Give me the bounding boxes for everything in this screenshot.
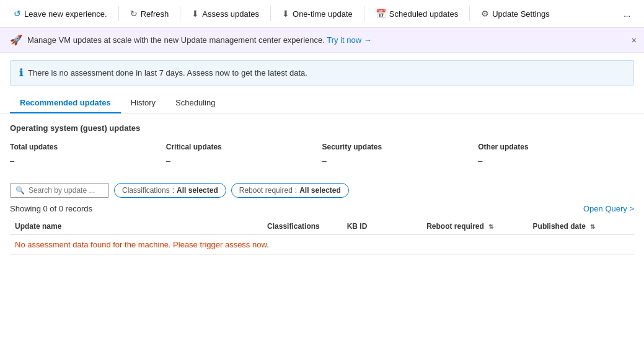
classifications-separator: : [172,186,174,195]
tab-scheduling[interactable]: Scheduling [165,93,225,113]
tabs: Recommended updates History Scheduling [0,93,644,113]
other-updates-value: – [478,156,634,166]
tab-history[interactable]: History [121,93,165,113]
updates-grid: Total updates – Critical updates – Secur… [10,140,634,168]
main-content: Operating system (guest) updates Total u… [0,113,644,265]
assess-updates-button[interactable]: ⬇ Assess updates [185,5,265,22]
divider-3 [270,6,271,21]
critical-updates-value: – [166,156,322,166]
toolbar: ↺ Leave new experience. ↻ Refresh ⬇ Asse… [0,0,644,28]
search-box[interactable]: 🔍 [10,183,109,198]
divider-1 [118,6,119,21]
reboot-label: Reboot required [239,186,293,195]
gear-icon: ⚙ [481,9,489,19]
total-updates-value: – [10,156,166,166]
other-updates-label: Other updates [478,143,634,151]
tab-recommended-updates[interactable]: Recommended updates [10,93,121,113]
divider-4 [364,6,364,21]
purple-banner: 🚀 Manage VM updates at scale with the ne… [0,28,644,53]
col-header-published-date[interactable]: Published date ⇅ [528,218,634,235]
info-banner-text: There is no assessment done in last 7 da… [28,68,307,78]
open-query-link[interactable]: Open Query > [583,204,634,213]
no-data-row: No assessment data found for the machine… [10,235,634,255]
reboot-sort-icon: ⇅ [488,223,493,230]
try-now-link[interactable]: Try it now → [327,35,371,45]
reboot-required-filter[interactable]: Reboot required : All selected [231,183,349,198]
leave-icon: ↺ [14,9,21,19]
records-count: Showing 0 of 0 records [10,204,92,213]
critical-updates-label: Critical updates [166,143,322,151]
assess-icon: ⬇ [192,9,199,19]
onetime-icon: ⬇ [282,9,289,19]
updates-table: Update name Classifications KB ID Reboot… [10,218,634,255]
records-row: Showing 0 of 0 records Open Query > [10,204,634,213]
col-header-classifications: Classifications [262,218,342,235]
search-input[interactable] [29,186,104,195]
scheduled-updates-button[interactable]: 📅 Scheduled updates [369,5,464,22]
security-updates-label: Security updates [322,143,479,151]
close-banner-button[interactable]: × [632,35,637,45]
refresh-button[interactable]: ↻ Refresh [124,5,175,22]
published-sort-icon: ⇅ [590,223,595,230]
no-data-message: No assessment data found for the machine… [10,235,634,255]
refresh-icon: ↻ [130,9,138,19]
classifications-label: Classifications [122,186,170,195]
reboot-separator: : [295,186,297,195]
divider-2 [180,6,180,21]
classifications-value: All selected [177,186,218,195]
reboot-value: All selected [299,186,341,195]
col-header-reboot-required[interactable]: Reboot required ⇅ [421,218,527,235]
col-header-kb-id: KB ID [342,218,422,235]
info-icon: ℹ [19,67,23,79]
leave-experience-button[interactable]: ↺ Leave new experience. [7,5,113,22]
table-header-row: Update name Classifications KB ID Reboot… [10,218,634,235]
critical-updates-cell: Critical updates – [166,140,322,168]
info-banner: ℹ There is no assessment done in last 7 … [10,60,634,86]
security-updates-value: – [322,156,479,166]
other-updates-cell: Other updates – [478,140,634,168]
more-button[interactable]: ... [617,6,637,22]
os-section-title: Operating system (guest) updates [10,123,634,133]
calendar-icon: 📅 [376,9,386,19]
total-updates-label: Total updates [10,143,166,151]
filter-row: 🔍 Classifications : All selected Reboot … [10,183,634,198]
rocket-icon: 🚀 [10,34,22,46]
search-icon: 🔍 [15,186,25,195]
security-updates-cell: Security updates – [322,140,479,168]
col-header-update-name: Update name [10,218,262,235]
classifications-filter[interactable]: Classifications : All selected [114,183,226,198]
divider-5 [469,6,470,21]
total-updates-cell: Total updates – [10,140,166,168]
onetime-update-button[interactable]: ⬇ One-time update [276,5,359,22]
update-settings-button[interactable]: ⚙ Update Settings [475,5,556,22]
banner-purple-text: Manage VM updates at scale with the new … [27,35,372,45]
